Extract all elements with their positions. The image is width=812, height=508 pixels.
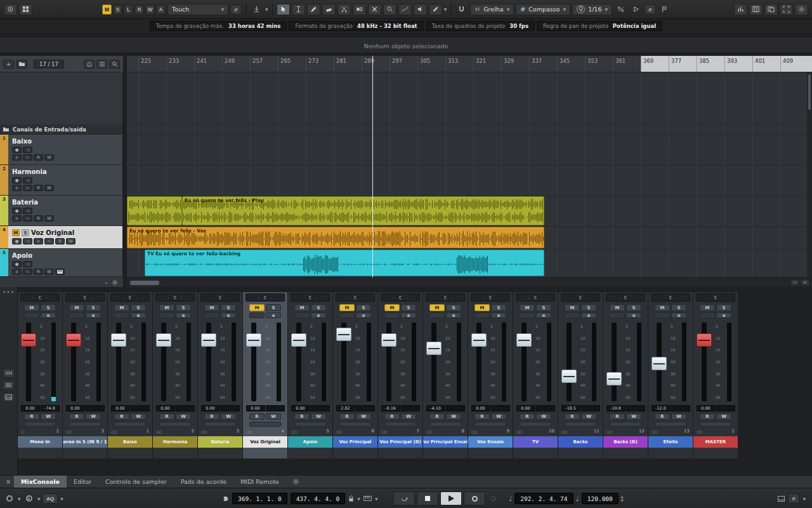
monitor-button[interactable]: ◁ — [23, 261, 32, 267]
write-automation-button[interactable]: W — [221, 413, 236, 420]
audio-clip-apoio[interactable]: TVEu só quero te ver feliz-backing — [145, 250, 544, 276]
write-automation-button[interactable]: W — [671, 413, 686, 420]
peak-value[interactable]: -74.8 — [41, 405, 60, 411]
quantize-panel-icon[interactable]: e — [645, 4, 656, 15]
next-icon[interactable]: › — [586, 295, 587, 300]
monitor-button[interactable]: ◁ — [23, 147, 32, 153]
channel-listen-button[interactable] — [24, 312, 39, 318]
channel-edit-button[interactable]: e — [221, 312, 236, 318]
read-automation-button[interactable]: R — [34, 154, 43, 161]
peak-value[interactable] — [626, 405, 645, 411]
channel-solo-button[interactable]: S — [311, 304, 326, 311]
fader-handle[interactable] — [336, 328, 351, 341]
draw-tool[interactable] — [307, 4, 320, 15]
playhead-cursor[interactable] — [372, 56, 373, 277]
fader-value[interactable]: -12.0 — [652, 405, 671, 411]
write-automation-button[interactable]: W — [44, 269, 54, 275]
channel-name[interactable]: Apoio — [288, 436, 332, 448]
tempo-display[interactable]: 120.000 — [582, 493, 619, 504]
channel-solo-button[interactable]: S — [41, 304, 56, 311]
scrollbar-thumb[interactable] — [808, 74, 811, 110]
automation-global-button[interactable]: R — [134, 4, 144, 15]
pan-control-icon[interactable]: ○○ — [426, 429, 431, 434]
channel-mute-button[interactable]: M — [475, 304, 490, 311]
automation-panel-button[interactable] — [700, 422, 731, 427]
peak-value[interactable] — [401, 405, 420, 411]
audio-clip-bateria[interactable]: Eu só quero te ver feliz - Play — [182, 196, 544, 225]
prev-icon[interactable]: ‹ — [528, 295, 529, 300]
record-arm-button[interactable]: ● — [12, 208, 22, 214]
channel-solo-button[interactable]: S — [401, 304, 416, 311]
channel-name[interactable]: Baixo — [108, 436, 152, 448]
record-arm-button[interactable]: ● — [12, 261, 22, 267]
read-automation-button[interactable]: R — [610, 413, 625, 420]
prev-icon[interactable]: ‹ — [483, 295, 484, 300]
fader-value[interactable]: -4.10 — [426, 405, 445, 411]
pan-control-icon[interactable]: ○○ — [246, 429, 251, 434]
channel-mute-button[interactable]: M — [249, 304, 265, 311]
lower-zone-tab[interactable]: Pads de acorde — [174, 476, 234, 488]
fader-value[interactable]: 0.00 — [21, 405, 40, 411]
pan-control-icon[interactable]: ○○ — [66, 429, 71, 434]
write-automation-button[interactable]: W — [266, 413, 281, 420]
write-automation-button[interactable]: W — [401, 413, 416, 420]
write-automation-button[interactable]: W — [581, 413, 596, 420]
channel-solo-button[interactable]: S — [491, 304, 506, 311]
inserts-state-button[interactable]: ∿ — [23, 215, 32, 222]
prev-icon[interactable]: ‹ — [258, 295, 259, 300]
left-locator-display[interactable]: 369. 1. 1. 0 — [232, 493, 287, 504]
channel-mute-button[interactable]: M — [159, 304, 174, 311]
channel-routing-slot[interactable]: ‹c› — [696, 293, 735, 302]
channel-name[interactable]: Harmonia — [153, 436, 197, 448]
next-icon[interactable]: › — [451, 295, 452, 300]
edit-channel-button[interactable]: e — [12, 215, 22, 222]
io-folder-row[interactable]: Canais de Entrada/saída — [0, 124, 122, 135]
metronome-click-icon[interactable] — [4, 493, 15, 504]
channel-listen-button[interactable] — [114, 312, 129, 318]
retrospective-record-icon[interactable] — [487, 493, 499, 504]
channel-edit-button[interactable]: e — [671, 312, 686, 318]
window-layout-icon[interactable] — [19, 4, 32, 15]
edit-automation-icon[interactable]: e — [230, 4, 242, 15]
fader-handle[interactable] — [606, 372, 622, 385]
fader-handle[interactable] — [21, 333, 36, 347]
tempo-stepper[interactable]: ▲▼ — [621, 495, 624, 502]
flag-icon[interactable] — [658, 4, 671, 15]
automation-panel-button[interactable] — [520, 422, 551, 427]
channel-routing-slot[interactable]: ‹c› — [336, 293, 375, 302]
zoom-tool[interactable] — [383, 4, 396, 15]
channel-name[interactable]: Efeito — [648, 436, 693, 448]
inserts-state-button[interactable]: ∿ — [44, 238, 54, 244]
channel-listen-button[interactable] — [565, 312, 580, 318]
fader-handle[interactable] — [111, 333, 126, 347]
fader-handle[interactable] — [291, 333, 306, 347]
channel-name[interactable]: TV — [513, 436, 558, 448]
channel-edit-button[interactable]: e — [86, 312, 101, 318]
channel-routing-slot[interactable]: ‹c› — [110, 293, 150, 302]
next-icon[interactable]: › — [676, 295, 678, 300]
read-automation-button[interactable]: R — [429, 413, 445, 420]
next-icon[interactable]: › — [136, 295, 137, 300]
prev-icon[interactable]: ‹ — [393, 295, 394, 300]
mixer-channel-strip[interactable]: ‹c› M S e 5101520304050 -0.16 — [378, 292, 423, 458]
automation-global-button[interactable]: A — [156, 4, 166, 15]
automation-panel-button[interactable] — [294, 422, 326, 427]
prev-icon[interactable]: ‹ — [303, 295, 304, 300]
peak-value[interactable] — [266, 405, 285, 411]
mixer-channel-strip[interactable]: ‹c› M S e 5101520304050 0.00 — [513, 292, 558, 458]
channel-routing-slot[interactable]: ‹c› — [471, 293, 510, 302]
fader-handle[interactable] — [561, 370, 577, 383]
read-automation-button[interactable]: R — [655, 413, 670, 420]
channel-solo-button[interactable]: S — [626, 304, 641, 311]
fader-handle[interactable] — [66, 333, 81, 347]
timeline-area[interactable]: Eu só quero te ver feliz - Play Eu só qu… — [127, 72, 812, 277]
mixer-channel-strip[interactable]: ‹c› M S e 5101520304050 0.00 — [693, 292, 738, 458]
mixer-channel-strip[interactable]: ‹c› M S e 5101520304050 2.82 — [333, 292, 378, 458]
fader-handle[interactable] — [156, 333, 171, 347]
record-arm-button[interactable]: ● — [12, 238, 22, 244]
chevron-down-icon[interactable]: ⌄ — [104, 279, 108, 285]
fader-value[interactable]: 0.00 — [66, 405, 85, 411]
read-automation-button[interactable]: R — [520, 413, 535, 420]
mixer-channel-strip[interactable]: ‹c› M S e 5101520304050 0.00 — [243, 292, 288, 458]
write-automation-button[interactable]: W — [44, 185, 54, 191]
